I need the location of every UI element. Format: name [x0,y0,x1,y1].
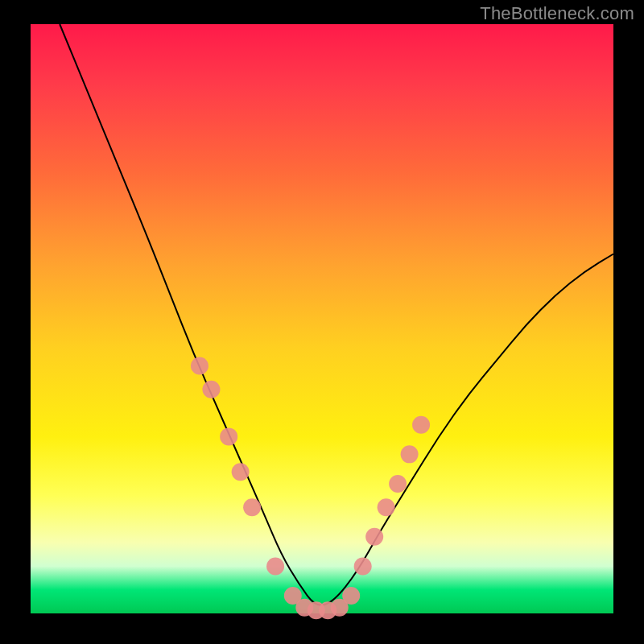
chart-svg [31,24,613,613]
curve-marker-point [401,445,419,463]
curve-marker-point [243,498,261,516]
curve-marker-points [191,357,430,620]
curve-marker-point [412,416,430,434]
curve-line [60,24,613,605]
curve-marker-point [389,475,407,493]
curve-marker-point [365,528,383,546]
curve-marker-point [191,357,208,375]
curve-marker-point [220,427,237,445]
curve-marker-point [378,498,395,516]
curve-marker-point [266,557,284,575]
bottleneck-curve-path [60,24,613,605]
watermark-label: TheBottleneck.com [480,3,634,24]
curve-marker-point [342,587,360,605]
curve-marker-point [202,381,220,398]
chart-frame: TheBottleneck.com [0,0,644,644]
curve-marker-point [232,463,250,481]
curve-marker-point [354,557,372,575]
